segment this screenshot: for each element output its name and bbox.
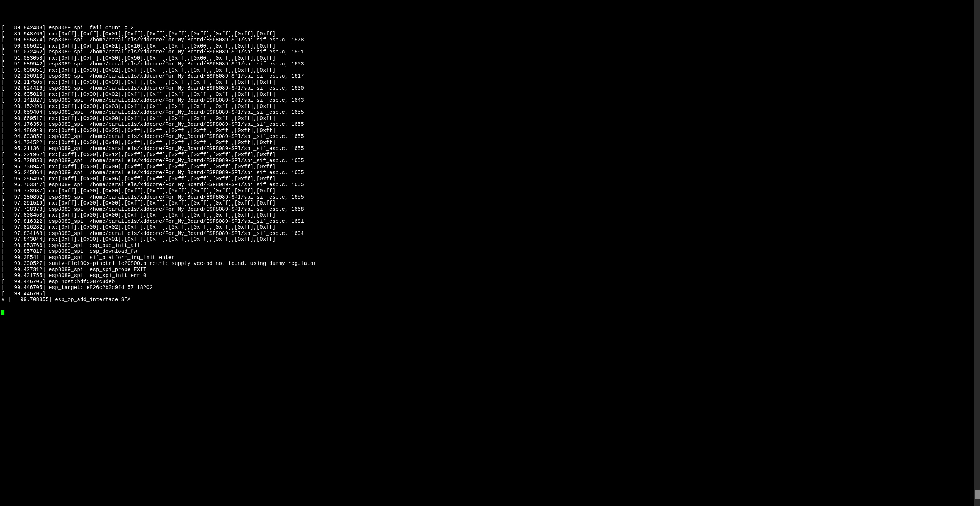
log-line: [ 93.669517] rx:[0xff],[0x00],[0x00],[0x… bbox=[2, 116, 978, 122]
log-line: [ 94.176359] esp8089_spi: /home/parallel… bbox=[2, 122, 978, 128]
log-line: [ 97.816322] esp8089_spi: /home/parallel… bbox=[2, 219, 978, 225]
log-line: [ 98.857817] esp8089_spi: esp_download_f… bbox=[2, 248, 978, 255]
log-line: [ 91.589942] esp8089_spi: /home/parallel… bbox=[2, 61, 978, 67]
log-line: [ 99.446705] esp_host:bdf5087c3deb bbox=[2, 279, 978, 285]
log-line: [ 89.948766] rx:[0xff],[0xff],[0x01],[0x… bbox=[2, 31, 978, 37]
log-line: [ 94.704522] rx:[0xff],[0x00],[0x10],[0x… bbox=[2, 140, 978, 146]
log-line: [ 94.186949] rx:[0xff],[0x00],[0x25],[0x… bbox=[2, 128, 978, 134]
log-line: [ 96.773987] rx:[0xff],[0x00],[0x00],[0x… bbox=[2, 188, 978, 194]
log-line: [ 99.431755] esp8089_spi: esp_spi_init e… bbox=[2, 273, 978, 279]
log-line: [ 95.211361] esp8089_spi: /home/parallel… bbox=[2, 146, 978, 152]
terminal-output[interactable]: [ 89.842488] esp8089_spi: fail_count = 2… bbox=[2, 25, 978, 303]
log-line: [ 96.256495] rx:[0xff],[0x00],[0x06],[0x… bbox=[2, 176, 978, 182]
log-line: # [ 99.708355] esp_op_add_interface STA bbox=[2, 297, 978, 303]
log-line: [ 99.446705] esp_target: e826c2b3c9fd 57… bbox=[2, 285, 978, 291]
log-line: [ 97.798378] esp8089_spi: /home/parallel… bbox=[2, 206, 978, 213]
log-line: [ 99.446705] bbox=[2, 291, 978, 297]
log-line: [ 90.555374] esp8089_spi: /home/parallel… bbox=[2, 37, 978, 43]
log-line: [ 96.763347] esp8089_spi: /home/parallel… bbox=[2, 182, 978, 188]
log-line: [ 97.843044] rx:[0xff],[0x00],[0x01],[0x… bbox=[2, 236, 978, 243]
log-line: [ 95.221962] rx:[0xff],[0x00],[0x12],[0x… bbox=[2, 152, 978, 158]
log-line: [ 91.072462] esp8089_spi: /home/parallel… bbox=[2, 49, 978, 55]
log-line: [ 96.245864] esp8089_spi: /home/parallel… bbox=[2, 170, 978, 176]
log-line: [ 89.842488] esp8089_spi: fail_count = 2 bbox=[2, 25, 978, 31]
log-line: [ 93.659404] esp8089_spi: /home/parallel… bbox=[2, 109, 978, 116]
log-line: [ 97.280892] esp8089_spi: /home/parallel… bbox=[2, 194, 978, 200]
log-line: [ 99.385411] esp8089_spi: sif_platform_i… bbox=[2, 255, 978, 261]
terminal-cursor bbox=[2, 310, 5, 315]
log-line: [ 93.152490] rx:[0xff],[0x00],[0x03],[0x… bbox=[2, 103, 978, 110]
log-line: [ 95.738942] rx:[0xff],[0x00],[0x00],[0x… bbox=[2, 164, 978, 170]
log-line: [ 90.565621] rx:[0xff],[0xff],[0x01],[0x… bbox=[2, 43, 978, 49]
log-line: [ 93.141827] esp8089_spi: /home/parallel… bbox=[2, 97, 978, 103]
log-line: [ 92.624416] esp8089_spi: /home/parallel… bbox=[2, 85, 978, 92]
log-line: [ 92.117505] rx:[0xff],[0x00],[0x03],[0x… bbox=[2, 79, 978, 86]
log-line: [ 91.083058] rx:[0xff],[0xff],[0x00],[0x… bbox=[2, 55, 978, 62]
log-line: [ 91.600051] rx:[0xff],[0x00],[0x02],[0x… bbox=[2, 67, 978, 73]
log-line: [ 99.390527] suniv-f1c100s-pinctrl 1c208… bbox=[2, 260, 978, 267]
log-line: [ 92.635016] rx:[0xff],[0x00],[0x02],[0x… bbox=[2, 92, 978, 98]
scrollbar-track[interactable] bbox=[974, 0, 980, 352]
log-line: [ 97.808458] rx:[0xff],[0x00],[0x00],[0x… bbox=[2, 212, 978, 219]
log-line: [ 99.427312] esp8089_spi: esp_spi_probe … bbox=[2, 267, 978, 273]
log-line: [ 94.693857] esp8089_spi: /home/parallel… bbox=[2, 133, 978, 140]
log-line: [ 92.106913] esp8089_spi: /home/parallel… bbox=[2, 73, 978, 79]
log-line: [ 97.826282] rx:[0xff],[0x00],[0x02],[0x… bbox=[2, 224, 978, 230]
log-line: [ 97.834168] esp8089_spi: /home/parallel… bbox=[2, 230, 978, 237]
log-line: [ 95.728850] esp8089_spi: /home/parallel… bbox=[2, 158, 978, 164]
log-line: [ 97.291519] rx:[0xff],[0x00],[0x00],[0x… bbox=[2, 200, 978, 206]
log-line: [ 98.853766] esp8089_spi: esp_pub_init_a… bbox=[2, 243, 978, 249]
